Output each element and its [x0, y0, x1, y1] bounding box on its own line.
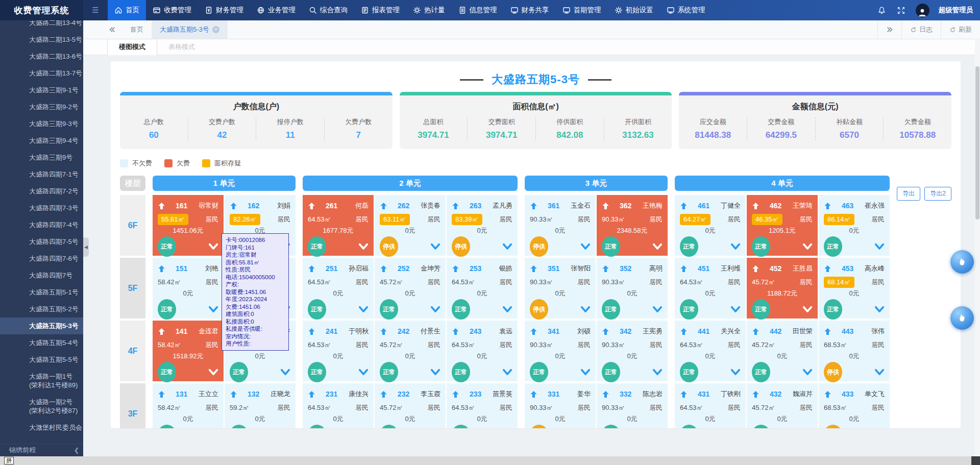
- sidebar-collapse-icon[interactable]: ❮: [74, 447, 79, 454]
- sidebar-item-9[interactable]: 大盛路三期9号: [0, 149, 83, 166]
- chevron-down-icon[interactable]: [430, 243, 440, 251]
- sidebar-item-21[interactable]: 大盛路五期5-5号: [0, 351, 83, 368]
- fullscreen-icon[interactable]: [896, 5, 906, 15]
- ime-indicator[interactable]: 拼: [4, 457, 14, 464]
- sidebar-item-24[interactable]: 大溦堡村民委员会: [0, 419, 83, 436]
- unit-cell-hidden[interactable]: 乔0元正常: [225, 321, 296, 381]
- unit-cell-352[interactable]: 352高明90.33㎡居民0元正常: [597, 258, 668, 319]
- page-tab-2[interactable]: 大盛路五期5-3号×: [152, 20, 228, 39]
- unit-cell-261[interactable]: 261何磊64.53㎡居民1677.78元正常: [303, 195, 374, 256]
- chevron-down-icon[interactable]: [502, 243, 512, 251]
- sidebar-item-8[interactable]: 大盛路三期9-4号: [0, 132, 83, 149]
- sidebar-item-14[interactable]: 大盛路四期7-5号: [0, 233, 83, 250]
- unit-cell-462[interactable]: 462王荣琦46.35㎡居民1205.1元正常: [747, 195, 818, 256]
- sidebar-item-2[interactable]: 大盛路二期13-5号: [0, 31, 83, 48]
- sidebar-item-1[interactable]: 大盛路二期13-4号: [0, 20, 83, 31]
- unit-cell-442[interactable]: 442田世荣45.72㎡居民0元正常: [747, 321, 818, 381]
- unit-cell-233[interactable]: 233苗景英64.53㎡居民0元正常: [447, 383, 518, 428]
- unit-cell-263[interactable]: 263孟凡勇83.39㎡居民0元停供: [447, 195, 518, 256]
- sidebar-item-15[interactable]: 大盛路四期7-6号: [0, 250, 83, 267]
- unit-cell-443[interactable]: 443张伟68.53㎡居民0元停供: [819, 321, 890, 381]
- tabs-scroll-right-icon[interactable]: [877, 20, 901, 39]
- unit-cell-242[interactable]: 242付景生45.72㎡居民0元正常: [375, 321, 446, 381]
- unit-cell-131[interactable]: 131王立立58.42㎡居民0元正常: [153, 383, 224, 428]
- chevron-down-icon[interactable]: [580, 306, 591, 314]
- chevron-down-icon[interactable]: [730, 369, 741, 377]
- chevron-down-icon[interactable]: [280, 243, 290, 251]
- sidebar-item-22[interactable]: 大盛路一期1号 (荣利达1号楼89): [0, 368, 83, 394]
- sidebar-item-12[interactable]: 大盛路四期7-3号: [0, 200, 83, 216]
- chevron-down-icon[interactable]: [580, 369, 591, 377]
- unit-cell-431[interactable]: 431丁铁刚64.53㎡居民0元正常: [675, 383, 746, 428]
- sidebar-item-18[interactable]: 大盛路五期5-2号: [0, 301, 83, 317]
- chevron-down-icon[interactable]: [874, 306, 885, 314]
- chevron-down-icon[interactable]: [208, 243, 218, 251]
- sidebar-item-10[interactable]: 大盛路四期7-1号: [0, 166, 83, 183]
- main-scrollbar-thumb[interactable]: [975, 66, 979, 219]
- chevron-down-icon[interactable]: [208, 369, 218, 377]
- unit-cell-332[interactable]: 332陈志岩90.33㎡居民0元正常: [597, 383, 668, 428]
- unit-cell-451[interactable]: 451王利维64.53㎡居民0元正常: [675, 258, 746, 319]
- chevron-down-icon[interactable]: [802, 306, 813, 314]
- sidebar-item-20[interactable]: 大盛路五期5-4号: [0, 334, 83, 351]
- chevron-down-icon[interactable]: [730, 306, 741, 314]
- unit-cell-253[interactable]: 253银皓64.53㎡居民0元正常: [447, 258, 518, 319]
- chevron-down-icon[interactable]: [280, 369, 290, 377]
- nav-item-12[interactable]: 系统管理: [660, 0, 712, 20]
- unit-cell-252[interactable]: 252金坤芳45.72㎡居民0元正常: [375, 258, 446, 319]
- unit-cell-341[interactable]: 341刘硕90.33㎡居民0元正常: [525, 321, 596, 381]
- chevron-down-icon[interactable]: [430, 306, 440, 314]
- chevron-down-icon[interactable]: [802, 243, 813, 251]
- unit-cell-433[interactable]: 433单文飞68.53㎡居民0元停供: [819, 383, 890, 428]
- unit-cell-151[interactable]: 151刘艳58.42㎡居民0元正常: [153, 258, 224, 319]
- sidebar-item-7[interactable]: 大盛路三期9-3号: [0, 115, 83, 132]
- unit-cell-342[interactable]: 342王宪勇90.33㎡居民0元正常: [597, 321, 668, 381]
- nav-item-8[interactable]: 信息管理: [452, 0, 504, 20]
- unit-cell-162[interactable]: 162刘娟82.26㎡居民0元: [225, 195, 296, 256]
- user-avatar[interactable]: [916, 4, 929, 17]
- unit-cell-141[interactable]: 141金连君58.42㎡居民1518.92元正常: [153, 321, 224, 381]
- chevron-down-icon[interactable]: [580, 243, 591, 251]
- chevron-down-icon[interactable]: [430, 369, 440, 377]
- sidebar-item-23[interactable]: 大盛路一期2号 (荣利达2号楼87): [0, 394, 83, 419]
- unit-cell-262[interactable]: 262张贵春63.11㎡居民0元停供: [375, 195, 446, 256]
- sidebar-item-4[interactable]: 大盛路二期13-7号: [0, 65, 83, 82]
- nav-item-4[interactable]: 业务管理: [250, 0, 302, 20]
- unit-cell-452[interactable]: 452王胜昌45.72㎡居民1188.72元正常: [747, 258, 818, 319]
- nav-item-11[interactable]: 初始设置: [608, 0, 660, 20]
- mode-tab-2[interactable]: 表格模式: [157, 39, 206, 55]
- nav-item-9[interactable]: 财务共享: [504, 0, 556, 20]
- chevron-down-icon[interactable]: [874, 243, 885, 251]
- chevron-down-icon[interactable]: [502, 306, 512, 314]
- sidebar-item-3[interactable]: 大盛路二期13-6号: [0, 48, 83, 65]
- sidebar-item-13[interactable]: 大盛路四期7-4号: [0, 216, 83, 233]
- chevron-down-icon[interactable]: [502, 369, 512, 377]
- unit-cell-461[interactable]: 461丁健全64.27㎡居民0元正常: [675, 195, 746, 256]
- notification-bell-icon[interactable]: [877, 5, 887, 15]
- nav-item-10[interactable]: 首期管理: [556, 0, 608, 20]
- nav-item-5[interactable]: 综合查询: [302, 0, 354, 20]
- unit-cell-432[interactable]: 432魏淑芹45.72㎡居民0元正常: [747, 383, 818, 428]
- unit-cell-hidden[interactable]: [225, 258, 296, 319]
- tab-action-refresh[interactable]: 刷新: [941, 20, 980, 39]
- nav-item-2[interactable]: 收费管理: [146, 0, 198, 20]
- unit-cell-361[interactable]: 361玉金石90.33㎡居民0元停供: [525, 195, 596, 256]
- tabs-scroll-left-icon[interactable]: [103, 20, 122, 39]
- chevron-down-icon[interactable]: [652, 243, 663, 251]
- unit-cell-232[interactable]: 232李玉霞45.72㎡居民0元正常: [375, 383, 446, 428]
- unit-cell-453[interactable]: 453高永峰68.14㎡居民0元正常: [819, 258, 890, 319]
- unit-cell-351[interactable]: 351张智阳90.33㎡居民0元停供: [525, 258, 596, 319]
- sidebar-collapse-handle[interactable]: ◀: [83, 237, 89, 257]
- chevron-down-icon[interactable]: [280, 306, 290, 314]
- sidebar-item-11[interactable]: 大盛路四期7-2号: [0, 183, 83, 200]
- sidebar-item-16[interactable]: 大盛路四期7号: [0, 267, 83, 284]
- nav-item-6[interactable]: 报表管理: [354, 0, 406, 20]
- unit-cell-231[interactable]: 231康佳兴64.53㎡居民0元正常: [303, 383, 374, 428]
- unit-cell-362[interactable]: 362王艳梅90.33㎡居民2348.58元正常: [597, 195, 668, 256]
- chevron-down-icon[interactable]: [358, 306, 369, 314]
- unit-cell-161[interactable]: 161宿常财55.81㎡居民1451.06元正常: [153, 195, 224, 256]
- chevron-down-icon[interactable]: [730, 243, 741, 251]
- tab-action-log[interactable]: 日志: [901, 20, 941, 39]
- chevron-down-icon[interactable]: [208, 306, 218, 314]
- nav-item-1[interactable]: 首页: [108, 0, 146, 20]
